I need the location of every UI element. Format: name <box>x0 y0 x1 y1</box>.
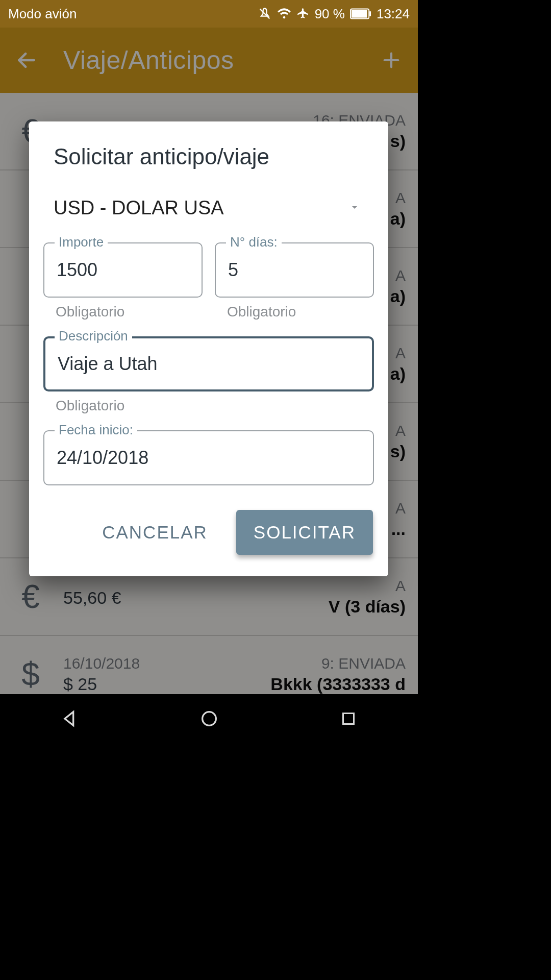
descripcion-label: Descripción <box>55 328 132 344</box>
status-airplane-label: Modo avión <box>8 6 77 22</box>
dias-helper: Obligatorio <box>227 304 374 320</box>
currency-value: USD - DOLAR USA <box>54 197 224 219</box>
dias-field-wrapper: N° días: Obligatorio <box>215 242 374 320</box>
mute-icon <box>258 7 272 21</box>
dias-label: N° días: <box>226 234 282 250</box>
descripcion-input[interactable] <box>58 353 360 375</box>
dialog-title: Solicitar anticipo/viaje <box>43 144 374 169</box>
android-nav-bar <box>0 694 418 743</box>
chevron-down-icon <box>348 201 361 215</box>
descripcion-field-wrapper: Descripción Obligatorio <box>43 336 374 414</box>
nav-home-button[interactable] <box>195 704 223 733</box>
status-time: 13:24 <box>377 6 410 22</box>
fecha-input[interactable] <box>57 447 361 469</box>
nav-recent-button[interactable] <box>334 704 363 733</box>
importe-input[interactable] <box>57 259 189 281</box>
status-bar: Modo avión 90 % 13:24 <box>0 0 418 28</box>
submit-button[interactable]: SOLICITAR <box>236 510 373 555</box>
battery-icon <box>350 8 371 19</box>
importe-label: Importe <box>55 234 108 250</box>
dias-input[interactable] <box>228 259 361 281</box>
fecha-label: Fecha inicio: <box>55 422 137 438</box>
currency-dropdown[interactable]: USD - DOLAR USA <box>43 188 374 233</box>
fecha-field-wrapper: Fecha inicio: <box>43 430 374 485</box>
cancel-button[interactable]: CANCELAR <box>92 510 218 555</box>
importe-helper: Obligatorio <box>56 304 203 320</box>
svg-point-6 <box>202 712 216 726</box>
svg-rect-7 <box>343 714 354 724</box>
status-battery-pct: 90 % <box>315 6 345 22</box>
status-right: 90 % 13:24 <box>258 6 410 22</box>
wifi-icon <box>277 7 291 21</box>
descripcion-helper: Obligatorio <box>56 398 374 414</box>
nav-back-button[interactable] <box>56 704 84 733</box>
request-advance-dialog: Solicitar anticipo/viaje USD - DOLAR USA… <box>29 121 388 576</box>
svg-rect-1 <box>352 10 367 17</box>
importe-field-wrapper: Importe Obligatorio <box>43 242 203 320</box>
svg-rect-2 <box>369 11 371 16</box>
airplane-icon <box>296 7 310 20</box>
